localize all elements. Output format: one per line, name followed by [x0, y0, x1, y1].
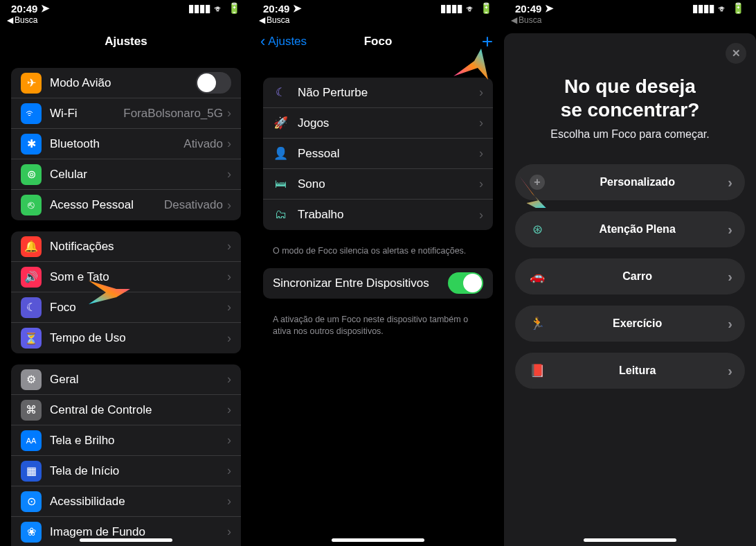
- battery-icon: 🔋: [228, 2, 241, 15]
- row-label: Modo Avião: [50, 76, 196, 90]
- sync-group: Sincronizar Entre Dispositivos: [263, 268, 493, 299]
- phone-focus-picker: 20:49 ➤ ▮▮▮▮ ᯤ 🔋 ◀ Busca ✕ No que deseja…: [504, 0, 756, 546]
- row-value: Desativado: [164, 198, 223, 212]
- row-label: Som e Tato: [50, 270, 227, 284]
- settings-row[interactable]: ⊚Celular›: [11, 159, 241, 190]
- location-icon: ➤: [293, 2, 302, 15]
- settings-row[interactable]: ⊙Acessibilidade›: [11, 486, 241, 517]
- settings-row[interactable]: 🔔Notificações›: [11, 231, 241, 262]
- settings-row[interactable]: ⚙Geral›: [11, 364, 241, 395]
- status-time: 20:49: [515, 3, 541, 15]
- focus-label: Pessoal: [298, 147, 479, 161]
- focus-modes-group: ☾Não Perturbe›🚀Jogos›👤Pessoal›🛏Sono›🗂Tra…: [263, 78, 493, 230]
- back-label: Ajustes: [268, 35, 307, 49]
- settings-row[interactable]: ☾Foco›: [11, 292, 241, 323]
- settings-row[interactable]: AATela e Brilho›: [11, 425, 241, 456]
- focus-row[interactable]: 🚀Jogos›: [263, 108, 493, 139]
- breadcrumb[interactable]: ◀ Busca: [504, 14, 756, 26]
- breadcrumb-label: Busca: [15, 15, 37, 25]
- row-label: Central de Controle: [50, 403, 227, 417]
- phone-settings: 20:49 ➤ ▮▮▮▮ ᯤ 🔋 ◀ Busca Ajustes ✈Modo A…: [0, 0, 252, 546]
- settings-row[interactable]: ✈Modo Avião: [11, 68, 241, 98]
- choice-icon: +: [528, 175, 547, 190]
- chevron-right-icon: ›: [227, 433, 231, 448]
- focus-icon: 🗂: [273, 208, 288, 222]
- settings-row[interactable]: ⌘Central de Controle›: [11, 395, 241, 425]
- focus-label: Jogos: [298, 116, 479, 130]
- chevron-right-icon: ›: [227, 403, 231, 417]
- row-label: Celular: [50, 168, 227, 182]
- focus-choice[interactable]: +Personalizado›: [515, 164, 745, 200]
- settings-row[interactable]: ⏳Tempo de Uso›: [11, 323, 241, 353]
- row-label: Imagem de Fundo: [50, 525, 227, 539]
- choice-icon: 📕: [528, 363, 547, 378]
- location-icon: ➤: [545, 2, 554, 15]
- breadcrumb[interactable]: ◀ Busca: [0, 14, 252, 26]
- row-icon: ☾: [21, 297, 42, 318]
- settings-row[interactable]: ᯤWi-FiForaBolsonaro_5G›: [11, 98, 241, 129]
- focus-choice[interactable]: 🏃Exercício›: [515, 306, 745, 342]
- row-label: Tela e Brilho: [50, 434, 227, 448]
- title-line: se concentrar?: [561, 99, 700, 121]
- chevron-right-icon: ›: [227, 136, 231, 151]
- row-icon: ✈: [21, 73, 42, 94]
- row-value: ForaBolsonaro_5G: [123, 107, 223, 121]
- row-icon: ⎋: [21, 195, 42, 215]
- chevron-right-icon: ›: [479, 177, 483, 191]
- breadcrumb-label: Busca: [267, 15, 289, 25]
- row-icon: ⌘: [21, 400, 42, 421]
- focus-choice[interactable]: ⊛Atenção Plena›: [515, 211, 745, 247]
- chevron-right-icon: ›: [227, 270, 231, 284]
- settings-row[interactable]: ⎋Acesso PessoalDesativado›: [11, 190, 241, 220]
- sync-toggle[interactable]: [448, 272, 483, 294]
- wifi-icon: ᯤ: [718, 3, 728, 15]
- choice-label: Atenção Plena: [547, 223, 728, 236]
- chevron-right-icon: ›: [728, 175, 732, 191]
- chevron-right-icon: ›: [479, 116, 483, 130]
- chevron-left-icon: ◀: [7, 15, 13, 25]
- focus-choice[interactable]: 🚗Carro›: [515, 258, 745, 294]
- battery-icon: 🔋: [480, 2, 493, 15]
- sync-label: Sincronizar Entre Dispositivos: [273, 276, 448, 290]
- settings-row[interactable]: 🔊Som e Tato›: [11, 262, 241, 292]
- focus-row[interactable]: 🛏Sono›: [263, 169, 493, 200]
- breadcrumb[interactable]: ◀ Busca: [252, 14, 504, 26]
- focus-row[interactable]: ☾Não Perturbe›: [263, 78, 493, 108]
- focus-row[interactable]: 👤Pessoal›: [263, 139, 493, 169]
- focus-choice[interactable]: 📕Leitura›: [515, 353, 745, 389]
- row-icon: ❀: [21, 522, 42, 543]
- wifi-icon: ᯤ: [214, 3, 224, 15]
- status-time: 20:49: [263, 3, 289, 15]
- chevron-right-icon: ›: [227, 239, 231, 254]
- breadcrumb-label: Busca: [519, 15, 541, 25]
- page-title: Foco: [364, 35, 393, 49]
- nav-bar: ‹ Ajustes Foco +: [252, 26, 504, 57]
- location-icon: ➤: [41, 2, 50, 15]
- add-button[interactable]: +: [482, 32, 493, 51]
- nav-bar: Ajustes: [0, 26, 252, 57]
- back-button[interactable]: ‹ Ajustes: [260, 33, 307, 51]
- signal-icon: ▮▮▮▮: [188, 2, 210, 15]
- close-button[interactable]: ✕: [726, 43, 746, 64]
- home-indicator: [332, 538, 424, 542]
- settings-row[interactable]: ✱BluetoothAtivado›: [11, 129, 241, 159]
- focus-icon: 🛏: [273, 177, 288, 191]
- choice-icon: 🏃: [528, 316, 547, 331]
- status-bar: 20:49 ➤ ▮▮▮▮ ᯤ 🔋: [504, 0, 756, 14]
- status-bar: 20:49 ➤ ▮▮▮▮ ᯤ 🔋: [0, 0, 252, 14]
- row-label: Wi-Fi: [50, 107, 123, 121]
- row-toggle[interactable]: [196, 72, 231, 94]
- chevron-right-icon: ›: [728, 222, 732, 238]
- chevron-right-icon: ›: [227, 331, 231, 346]
- chevron-left-icon: ◀: [511, 15, 517, 25]
- title-line: No que deseja: [564, 76, 696, 97]
- focus-label: Não Perturbe: [298, 86, 479, 100]
- status-icons: ▮▮▮▮ ᯤ 🔋: [188, 2, 241, 15]
- sync-row[interactable]: Sincronizar Entre Dispositivos: [263, 268, 493, 299]
- focus-row[interactable]: 🗂Trabalho›: [263, 200, 493, 230]
- row-icon: ᯤ: [21, 103, 42, 124]
- chevron-right-icon: ›: [227, 198, 231, 213]
- focus-picker-sheet: ✕ No que deseja se concentrar? Escolha u…: [504, 33, 756, 546]
- settings-row[interactable]: ▦Tela de Início›: [11, 456, 241, 486]
- chevron-right-icon: ›: [728, 269, 732, 285]
